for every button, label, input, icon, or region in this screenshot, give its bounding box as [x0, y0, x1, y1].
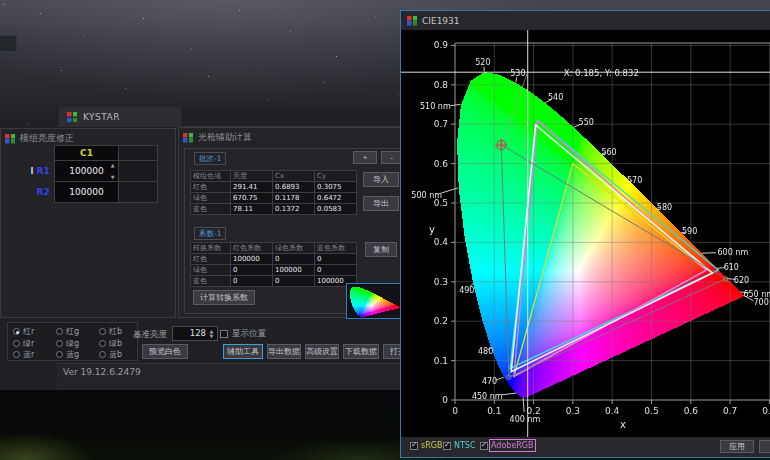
gamut-triangle-measured: [501, 145, 726, 377]
checkbox-icon: ✓: [443, 442, 451, 450]
wavelength-tick: [441, 188, 458, 193]
channel-radio-红b[interactable]: 红b: [99, 326, 122, 337]
table-header: 红色系数: [231, 243, 273, 254]
brightness-value-r1[interactable]: 100000 ▲▼: [54, 160, 120, 182]
x-tick-label: 0.5: [644, 406, 658, 416]
channel-radio-红g[interactable]: 红g: [56, 326, 79, 337]
radio-icon: [99, 340, 106, 347]
gamut-triangle-AdobeRGB: [514, 120, 707, 376]
module-brightness-title: 模组亮度修正: [20, 132, 74, 145]
table-row: 蓝色78.110.13720.0583: [191, 204, 357, 215]
desktop: KYSTAR 模组亮度修正 C1 IR1 100000 ▲▼ R2 100000…: [0, 0, 770, 460]
table-cell[interactable]: 0.3075: [315, 182, 357, 193]
table-cell[interactable]: 78.11: [231, 204, 273, 215]
wavelength-label-600nm: 600 nm: [718, 248, 749, 257]
table-cell[interactable]: 0.6472: [315, 193, 357, 204]
cie-thumbnail[interactable]: [346, 283, 408, 319]
table-cell[interactable]: 670.75: [231, 193, 273, 204]
table-cell[interactable]: 0.0583: [315, 204, 357, 215]
row-label-r1: IR1: [17, 160, 55, 182]
kystar-logo-icon: [67, 112, 77, 122]
toolbar-button-advanced-settings[interactable]: 高级设置: [305, 344, 339, 359]
radio-icon: [99, 328, 106, 335]
spinner-icon[interactable]: ▲▼: [109, 163, 116, 179]
wavelength-label-500nm: 500 nm: [411, 191, 442, 200]
x-tick-label: 0.3: [566, 406, 580, 416]
table-cell[interactable]: 0: [231, 265, 273, 276]
spinner-icon[interactable]: ▲▼: [208, 329, 215, 338]
wavelength-label-610: 610: [724, 263, 739, 272]
y-tick-label: 0.8: [434, 80, 449, 90]
wavelength-label-570: 570: [627, 176, 642, 185]
table-cell[interactable]: 291.41: [231, 182, 273, 193]
cie-bottom-bar: 应用 ✓sRGB✓NTSC✓AdobeRGB: [401, 437, 770, 457]
tab-coef-1[interactable]: 系数-1: [194, 227, 226, 240]
clipped-button[interactable]: [759, 440, 770, 453]
row-label: 绿色: [191, 193, 231, 204]
base-brightness-input[interactable]: 128 ▲▼: [172, 326, 218, 341]
row-label-r2: R2: [17, 181, 55, 203]
table-header: 模组色域: [191, 171, 231, 182]
gamut-checkbox-srgb[interactable]: ✓sRGB: [410, 441, 442, 450]
remove-batch-button[interactable]: -: [381, 151, 402, 164]
module-brightness-titlebar: 模组亮度修正: [5, 132, 74, 145]
channel-radio-蓝b[interactable]: 蓝b: [99, 349, 122, 360]
toolbar-button-auxiliary-tools[interactable]: 辅助工具: [223, 344, 263, 359]
export-button[interactable]: 导出: [363, 196, 399, 211]
gamut-triangle-sRGB: [514, 164, 707, 377]
table-cell[interactable]: 0: [273, 276, 315, 287]
table-cell[interactable]: 0: [315, 254, 357, 265]
gamut-checkbox-ntsc[interactable]: ✓NTSC: [443, 441, 476, 450]
empty-cell: [118, 160, 158, 182]
wavelength-tick: [701, 253, 716, 254]
channel-radio-蓝r[interactable]: 蓝r: [13, 349, 34, 360]
row-label: 红色: [191, 182, 231, 193]
add-batch-button[interactable]: +: [353, 151, 377, 164]
channel-radio-绿r[interactable]: 绿r: [13, 338, 34, 349]
table-row: 红色291.410.68930.3075: [191, 182, 357, 193]
table-cell[interactable]: 0: [315, 265, 357, 276]
table-cell[interactable]: 100000: [231, 254, 273, 265]
table-header: 蓝色系数: [315, 243, 357, 254]
channel-radio-panel: 红r红g红b绿r绿g绿b蓝r蓝g蓝b: [7, 322, 138, 361]
apply-button[interactable]: 应用: [720, 440, 754, 453]
tab-kystar[interactable]: KYSTAR: [59, 107, 181, 127]
show-position-label: 显示位置: [232, 328, 266, 340]
table-cell[interactable]: 0: [273, 254, 315, 265]
empty-header-cell: [118, 145, 158, 161]
copy-button[interactable]: 复制: [365, 242, 397, 257]
kystar-logo-icon: [407, 16, 417, 26]
tab-batch-1[interactable]: 批次-1: [194, 152, 226, 165]
channel-radio-蓝g[interactable]: 蓝g: [56, 349, 79, 360]
y-tick-label: 0.9: [434, 40, 449, 50]
calc-coef-button[interactable]: 计算转换系数: [193, 290, 255, 305]
table-cell[interactable]: 100000: [273, 265, 315, 276]
table-cell[interactable]: 0.6893: [273, 182, 315, 193]
channel-radio-绿g[interactable]: 绿g: [56, 338, 79, 349]
preview-white-button[interactable]: 预览白色: [142, 344, 188, 359]
toolbar-button-export-data[interactable]: 导出数据: [267, 344, 301, 359]
table-row: 绿色670.750.11780.6472: [191, 193, 357, 204]
table-cell[interactable]: 0: [231, 276, 273, 287]
checkbox-icon[interactable]: [220, 330, 228, 338]
y-tick-label: 0.1: [434, 356, 448, 366]
channel-radio-红r[interactable]: 红r: [13, 326, 34, 337]
toolbar-button-download-data[interactable]: 下载数据: [343, 344, 379, 359]
channel-radio-绿b[interactable]: 绿b: [99, 338, 122, 349]
table-header: Cx: [273, 171, 315, 182]
stars-decoration: [3, 4, 4, 5]
table-header: 亮度: [231, 171, 273, 182]
table-cell[interactable]: 0.1372: [273, 204, 315, 215]
marker-connector: [501, 72, 527, 145]
brightness-value-r2[interactable]: 100000: [54, 181, 120, 203]
version-text: Ver 19.12.6.2479: [63, 367, 141, 377]
cie1931-titlebar[interactable]: CIE1931: [401, 11, 770, 30]
row-label: 蓝色: [191, 276, 231, 287]
table-cell[interactable]: 0.1178: [273, 193, 315, 204]
show-position-checkbox[interactable]: 显示位置: [220, 328, 266, 340]
import-button[interactable]: 导入: [363, 172, 399, 187]
cie-chart[interactable]: 00.10.20.30.40.50.60.70.800.10.20.30.40.…: [401, 30, 770, 437]
column-header-c1: C1: [54, 145, 120, 161]
x-tick-label: 0.7: [723, 406, 737, 416]
gamut-checkbox-adobergb[interactable]: ✓AdobeRGB: [480, 441, 534, 450]
